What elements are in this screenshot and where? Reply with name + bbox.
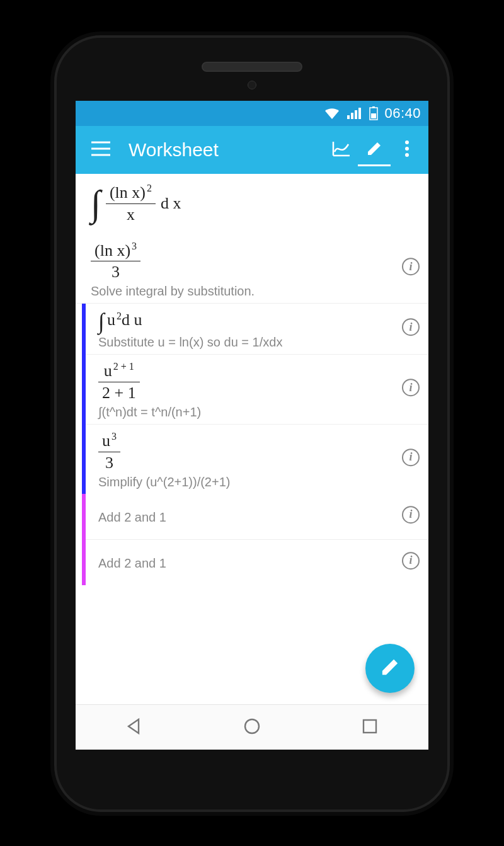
substep-1-caption: Add 2 and 1 (98, 509, 384, 525)
step-3-num-exp: 3 (112, 431, 117, 442)
substep-1-row[interactable]: Add 2 and 1 i (86, 494, 428, 540)
step-3-caption: Simplify (u^(2+1))/(2+1) (98, 474, 384, 490)
battery-icon (369, 106, 378, 120)
nav-home-button[interactable] (227, 712, 277, 743)
step-3-num-base: u (102, 432, 110, 450)
step-2-den: 2 + 1 (98, 384, 140, 403)
info-icon: i (402, 449, 420, 466)
step-group-substitution: ∫u2d u Substitute u = ln(x) so du = 1/xd… (82, 304, 428, 493)
svg-rect-0 (347, 115, 350, 119)
pencil-icon (379, 656, 401, 680)
step-3-den: 3 (101, 454, 117, 472)
app-bar: Worksheet (76, 126, 428, 174)
step-1-row[interactable]: ∫u2d u Substitute u = ln(x) so du = 1/xd… (86, 304, 428, 355)
problem-den: x (123, 205, 139, 224)
problem-num-exp: 2 (147, 183, 152, 193)
step-3-info-button[interactable]: i (402, 449, 420, 466)
step-1-caption: Substitute u = ln(x) so du = 1/xdx (98, 334, 384, 350)
step-1-suffix: d u (122, 311, 142, 329)
info-icon: i (402, 506, 420, 523)
result-info-button[interactable]: i (402, 258, 420, 276)
svg-rect-1 (351, 113, 353, 119)
result-num-base: (ln x) (94, 241, 130, 259)
overflow-button[interactable] (391, 134, 423, 166)
info-icon: i (402, 552, 420, 569)
nav-back-button[interactable] (109, 712, 159, 743)
home-icon (243, 717, 261, 738)
result-num-exp: 3 (132, 241, 137, 251)
substep-2-caption: Add 2 and 1 (98, 555, 384, 571)
result-den: 3 (108, 263, 123, 282)
substep-1-info-button[interactable]: i (402, 506, 420, 523)
edit-button[interactable] (358, 134, 391, 166)
step-1-exp: 2 (117, 311, 122, 321)
problem-num-base: (ln x) (110, 183, 146, 202)
step-2-caption: ∫(t^n)dt = t^n/(n+1) (98, 404, 384, 420)
more-vert-icon (404, 140, 410, 160)
step-2-row[interactable]: u2 + 1 2 + 1 ∫(t^n)dt = t^n/(n+1) i (86, 355, 428, 425)
fab-new-problem[interactable] (365, 644, 415, 693)
wifi-icon (324, 107, 340, 120)
screen: 06:40 Worksheet (76, 101, 428, 750)
problem-expression: ∫ (ln x)2 x d x (76, 174, 428, 234)
phone-earpiece (202, 62, 302, 72)
svg-rect-6 (371, 113, 376, 118)
step-group-simplify: Add 2 and 1 i Add 2 and 1 i (82, 494, 428, 585)
hamburger-icon (91, 141, 110, 159)
svg-rect-11 (364, 720, 376, 733)
step-3-row[interactable]: u3 3 Simplify (u^(2+1))/(2+1) i (86, 425, 428, 494)
appbar-title: Worksheet (129, 139, 325, 161)
step-1-int: ∫ (98, 310, 105, 333)
result-row[interactable]: (ln x)3 3 Solve integral by substitution… (76, 234, 428, 304)
status-clock: 06:40 (384, 105, 421, 122)
info-icon: i (402, 379, 420, 396)
system-nav-bar (76, 704, 428, 750)
step-1-base: u (107, 311, 115, 329)
result-caption: Solve integral by substitution. (91, 283, 384, 299)
svg-rect-3 (358, 108, 361, 119)
svg-point-9 (405, 153, 409, 157)
back-icon (125, 717, 144, 738)
info-icon: i (402, 258, 420, 276)
nav-recent-button[interactable] (345, 712, 395, 743)
svg-point-10 (245, 719, 259, 733)
step-1-info-button[interactable]: i (402, 319, 420, 336)
step-2-num-exp: 2 + 1 (113, 361, 134, 372)
info-icon: i (402, 319, 420, 336)
phone-sensor (248, 81, 256, 89)
svg-point-7 (405, 140, 409, 144)
signal-icon (346, 107, 363, 120)
problem-diff: d x (161, 194, 181, 213)
svg-rect-2 (355, 110, 357, 119)
substep-2-row[interactable]: Add 2 and 1 i (86, 540, 428, 585)
graph-icon (332, 140, 351, 159)
step-2-info-button[interactable]: i (402, 379, 420, 396)
phone-frame: 06:40 Worksheet (57, 38, 447, 809)
recent-icon (361, 717, 379, 738)
graph-button[interactable] (325, 134, 358, 166)
worksheet-content[interactable]: ∫ (ln x)2 x d x (ln x)3 3 Solve integral… (76, 174, 428, 704)
status-bar: 06:40 (76, 101, 428, 126)
step-2-num-base: u (104, 362, 112, 380)
substep-2-info-button[interactable]: i (402, 552, 420, 569)
pencil-icon (365, 140, 383, 160)
svg-point-8 (405, 147, 409, 151)
menu-button[interactable] (84, 134, 117, 166)
